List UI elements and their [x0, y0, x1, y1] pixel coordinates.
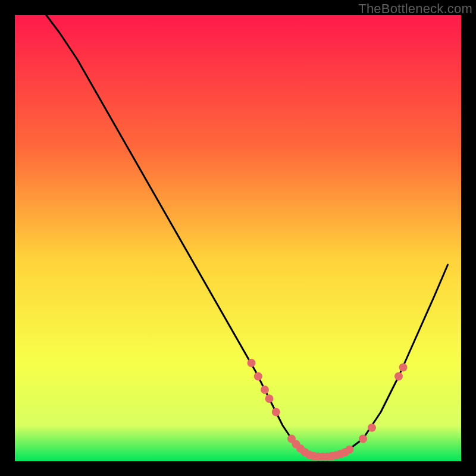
chart-frame [15, 15, 461, 461]
watermark-text: TheBottleneck.com [358, 1, 472, 17]
gradient-bg [15, 15, 461, 461]
data-marker [265, 394, 274, 403]
data-marker [248, 359, 256, 367]
data-marker [394, 372, 403, 381]
data-marker [254, 372, 262, 381]
data-marker [272, 408, 280, 416]
data-marker [368, 424, 376, 432]
data-marker [346, 446, 354, 454]
data-marker [399, 364, 408, 372]
data-marker [261, 386, 269, 394]
data-marker [359, 435, 367, 443]
bottleneck-chart [15, 15, 461, 461]
